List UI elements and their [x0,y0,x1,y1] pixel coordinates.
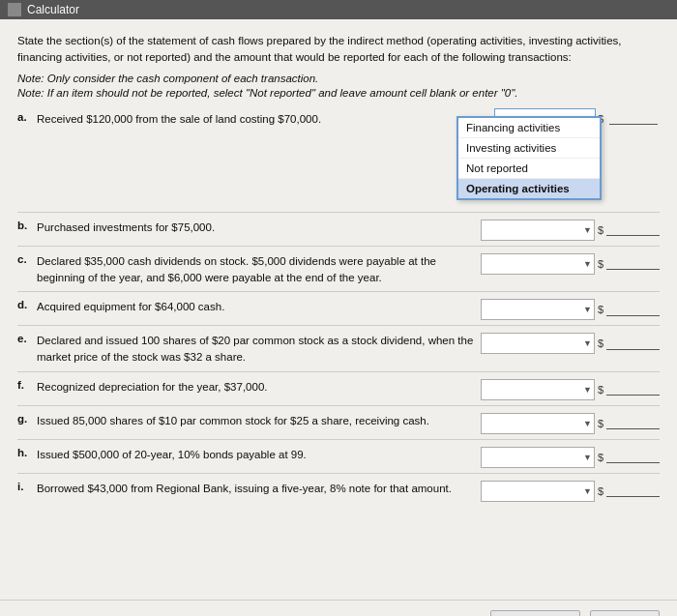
option-operating[interactable]: Operating activities [458,179,600,198]
question-label-a: a. [17,111,33,123]
answer-area-e: Financing activities Investing activitie… [481,333,660,354]
question-text-i: Borrowed $43,000 from Regional Bank, iss… [37,481,481,497]
question-row-d: d. Acquired equipment for $64,000 cash. … [17,294,660,326]
note1-text: Note: Only consider the cash component o… [17,73,660,84]
question-label-e: e. [17,333,33,344]
amount-input-b[interactable] [606,223,660,236]
dropdown-c[interactable]: Financing activities Investing activitie… [481,253,595,275]
dropdown-i[interactable]: Financing activities Investing activitie… [481,481,595,502]
question-text-e: Declared and issued 100 shares of $20 pa… [37,333,481,367]
dropdown-select-b[interactable]: Financing activities Investing activitie… [481,220,595,241]
dollar-sign-f: $ [598,384,603,396]
question-text-h: Issued $500,000 of 20-year, 10% bonds pa… [37,447,481,463]
question-row-b: b. Purchased investments for $75,000. Fi… [17,215,660,247]
answer-area-b: Financing activities Investing activitie… [481,220,660,241]
main-content: State the section(s) of the statement of… [0,19,677,600]
answer-area-i: Financing activities Investing activitie… [481,481,660,502]
dropdown-select-f[interactable]: Financing activities Investing activitie… [481,379,595,400]
instructions-text: State the section(s) of the statement of… [17,33,660,67]
dropdown-b[interactable]: Financing activities Investing activitie… [481,220,595,241]
question-label-c: c. [17,253,33,265]
question-label-d: d. [17,299,33,310]
amount-input-h[interactable] [606,451,660,463]
amount-input-d[interactable] [606,304,660,316]
answer-area-c: Financing activities Investing activitie… [481,253,660,275]
question-text-b: Purchased investments for $75,000. [37,220,481,236]
question-row-a: a. Received $120,000 from the sale of la… [17,106,660,213]
dropdown-h[interactable]: Financing activities Investing activitie… [481,447,595,468]
next-button[interactable]: Next [590,610,660,616]
option-investing[interactable]: Investing activities [458,138,600,159]
navigation-bar: Previous Next [0,600,677,616]
previous-button[interactable]: Previous [490,610,581,616]
answer-area-h: Financing activities Investing activitie… [481,447,660,468]
question-text-f: Recognized depreciation for the year, $3… [37,379,481,396]
title-label: Calculator [27,3,79,16]
question-row-e: e. Declared and issued 100 shares of $20… [17,328,660,372]
dropdown-select-g[interactable]: Financing activities Investing activitie… [481,413,595,434]
amount-input-g[interactable] [606,417,660,429]
amount-input-e[interactable] [606,337,660,350]
question-text-d: Acquired equipment for $64,000 cash. [37,299,481,315]
answer-area-f: Financing activities Investing activitie… [481,379,660,400]
note2-text: Note: If an item should not be reported,… [17,87,660,99]
question-row-i: i. Borrowed $43,000 from Regional Bank, … [17,476,660,507]
option-financing[interactable]: Financing activities [458,118,600,138]
amount-input-a[interactable] [609,112,658,125]
dollar-sign-g: $ [598,418,603,429]
dollar-sign-e: $ [598,337,603,349]
question-row-h: h. Issued $500,000 of 20-year, 10% bonds… [17,442,660,474]
amount-input-i[interactable] [606,484,660,497]
question-row-f: f. Recognized depreciation for the year,… [17,374,660,406]
dropdown-menu-a[interactable]: Financing activities Investing activitie… [456,116,602,200]
question-label-h: h. [17,447,33,458]
dropdown-select-d[interactable]: Financing activities Investing activitie… [481,299,595,320]
dropdown-select-e[interactable]: Financing activities Investing activitie… [481,333,595,354]
dollar-sign-b: $ [598,224,603,236]
dropdown-d[interactable]: Financing activities Investing activitie… [481,299,595,320]
dollar-sign-d: $ [598,304,603,315]
answer-area-g: Financing activities Investing activitie… [481,413,660,434]
question-label-i: i. [17,481,33,492]
question-text-c: Declared $35,000 cash dividends on stock… [37,253,481,287]
dropdown-select-i[interactable]: Financing activities Investing activitie… [481,481,595,502]
amount-input-c[interactable] [606,257,660,270]
dollar-sign-i: $ [598,485,603,497]
question-label-g: g. [17,413,33,425]
dropdown-select-c[interactable]: Financing activities Investing activitie… [481,253,595,275]
dropdown-e[interactable]: Financing activities Investing activitie… [481,333,595,354]
dollar-sign-h: $ [598,452,603,463]
option-not-reported[interactable]: Not reported [458,159,600,179]
amount-input-f[interactable] [606,383,660,396]
answer-area-d: Financing activities Investing activitie… [481,299,660,320]
question-text-g: Issued 85,000 shares of $10 par common s… [37,413,481,429]
dollar-sign-c: $ [598,258,603,270]
question-label-f: f. [17,379,33,391]
dropdown-select-h[interactable]: Financing activities Investing activitie… [481,447,595,468]
question-row-g: g. Issued 85,000 shares of $10 par commo… [17,408,660,440]
calculator-icon [8,3,21,16]
dropdown-f[interactable]: Financing activities Investing activitie… [481,379,595,400]
question-label-b: b. [17,220,33,231]
dropdown-g[interactable]: Financing activities Investing activitie… [481,413,595,434]
title-bar: Calculator [0,0,677,19]
question-row-c: c. Declared $35,000 cash dividends on st… [17,249,660,293]
